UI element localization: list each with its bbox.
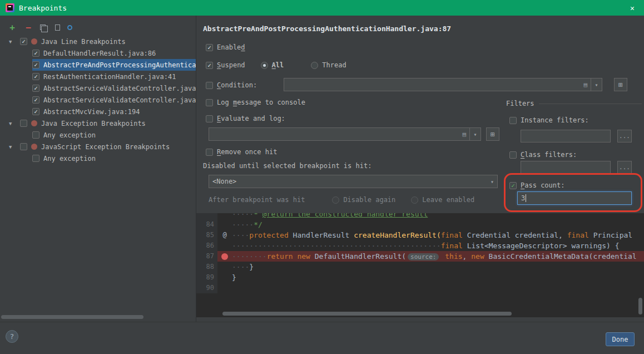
done-button[interactable]: Done (606, 332, 635, 346)
expand-arrow-icon[interactable]: ▼ (9, 121, 16, 126)
enabled-checkbox[interactable]: ✓ (206, 44, 213, 51)
gutter-icon (217, 272, 232, 283)
ellipsis-icon: ... (619, 132, 630, 140)
breakpoint-checkbox[interactable]: ✓ (32, 61, 39, 68)
ellipsis-icon: ... (619, 164, 630, 171)
breakpoints-toolbar: + − (8, 22, 72, 32)
remove-once-checkbox[interactable] (206, 149, 213, 156)
evaluate-expand-button[interactable]: ⊞ (486, 127, 499, 141)
breakpoint-checkbox[interactable] (20, 120, 27, 127)
condition-input[interactable]: ▤ (284, 78, 591, 91)
intellij-logo-icon (6, 3, 14, 12)
tree-horizontal-scrollbar[interactable] (1, 315, 143, 319)
evaluate-checkbox[interactable] (206, 115, 213, 122)
tree-group-row[interactable]: ▼Java Exception Breakpoints (0, 117, 196, 129)
gutter-icon (217, 213, 232, 219)
text-cursor (526, 194, 526, 202)
code-preview: ·····* @return the constructed handler r… (196, 213, 644, 317)
after-hit-label: After breakpoint was hit (209, 196, 305, 204)
log-console-checkbox[interactable] (206, 99, 213, 106)
suspend-checkbox[interactable]: ✓ (206, 62, 213, 69)
exception-breakpoint-icon (31, 120, 37, 126)
condition-history-button[interactable]: ▾ (591, 78, 602, 91)
breakpoint-checkbox[interactable]: ✓ (20, 38, 27, 45)
tree-group-row[interactable]: ▼✓Java Line Breakpoints (0, 36, 196, 47)
breakpoint-label: Java Line Breakpoints (41, 38, 126, 46)
condition-checkbox[interactable] (206, 82, 213, 89)
enabled-label: Enabled (217, 43, 245, 51)
line-number: 84 (196, 219, 217, 230)
class-filters-more-button[interactable]: ... (617, 161, 632, 174)
code-line: 88····} (196, 262, 644, 272)
breakpoint-label: Any exception (43, 131, 96, 139)
pass-count-input[interactable]: 3 (517, 191, 632, 205)
line-number: 90 (196, 283, 217, 293)
instance-filters-input[interactable] (521, 130, 611, 142)
pass-count-row: ✓ Pass count: (509, 181, 564, 189)
enabled-row: ✓ Enabled (206, 43, 245, 51)
class-filters-checkbox[interactable] (509, 151, 517, 159)
breakpoint-checkbox[interactable]: ✓ (32, 96, 39, 104)
tree-item-row[interactable]: Any exception (0, 129, 196, 141)
move-to-group-icon[interactable] (55, 24, 60, 31)
expression-icon: ▤ (462, 131, 466, 138)
line-number: 87 (196, 251, 217, 262)
breakpoint-dot-icon[interactable] (217, 251, 232, 262)
breakpoint-checkbox[interactable]: ✓ (32, 73, 39, 80)
help-button[interactable]: ? (6, 330, 18, 343)
instance-filters-checkbox[interactable] (509, 117, 517, 124)
tree-item-row[interactable]: ✓AbstractMvcView.java:194 (0, 106, 196, 117)
tree-item-row[interactable]: ✓RestAuthenticationHandler.java:41 (0, 71, 196, 82)
breakpoint-checkbox[interactable] (32, 155, 39, 162)
breakpoint-checkbox[interactable]: ✓ (32, 108, 39, 115)
close-icon[interactable]: ✕ (626, 4, 638, 12)
pass-count-checkbox[interactable]: ✓ (509, 182, 517, 189)
group-breakpoints-icon[interactable] (40, 24, 46, 30)
window-title: Breakpoints (19, 4, 67, 12)
remove-breakpoint-button[interactable]: − (24, 23, 33, 32)
tree-group-row[interactable]: ▼JavaScript Exception Breakpoints (0, 141, 196, 153)
breakpoint-checkbox[interactable]: ✓ (32, 50, 39, 57)
class-filters-input[interactable] (521, 161, 611, 174)
check-icon: ✓ (207, 45, 211, 51)
breakpoint-label: Any exception (43, 155, 96, 163)
check-icon: ✓ (207, 62, 211, 68)
evaluate-input[interactable]: ▤ (209, 127, 470, 141)
tree-item-row[interactable]: ✓AbstractPreAndPostProcessingAuthenticat (0, 59, 196, 71)
leave-enabled-radio[interactable] (411, 196, 418, 204)
code-line: 86······································… (196, 240, 644, 251)
evaluate-row: Evaluate and log: (206, 115, 285, 122)
evaluate-history-button[interactable]: ▾ (469, 127, 481, 141)
tree-item-row[interactable]: Any exception (0, 153, 196, 164)
tree-item-row[interactable]: ✓AbstractServiceValidateController.java: (0, 94, 196, 106)
line-number: 86 (196, 240, 217, 251)
gutter-icon (217, 262, 232, 272)
breakpoint-label: AbstractServiceValidateController.java: (43, 85, 196, 92)
instance-filters-label: Instance filters: (521, 116, 589, 124)
disable-again-radio[interactable] (332, 196, 339, 204)
suspend-all-radio[interactable] (261, 62, 268, 69)
footer-divider (0, 322, 644, 322)
toggle-breakpoint-state-icon[interactable] (67, 25, 72, 30)
filters-label: Filters (506, 100, 534, 107)
breakpoint-checkbox[interactable] (32, 131, 39, 139)
editor-vertical-scrollbar[interactable] (638, 298, 642, 314)
condition-expand-button[interactable]: ⊞ (614, 78, 627, 91)
breakpoint-checkbox[interactable] (20, 143, 27, 150)
done-label: Done (612, 336, 628, 343)
breakpoint-checkbox[interactable]: ✓ (32, 85, 39, 92)
instance-filters-row: Instance filters: (509, 116, 589, 124)
code-line: 87········return new DefaultHandlerResul… (196, 251, 644, 262)
editor-horizontal-scrollbar[interactable] (222, 312, 512, 316)
disabled-until-select[interactable]: <None> ▾ (209, 175, 498, 188)
filters-separator: Filters (506, 100, 642, 107)
tree-item-row[interactable]: ✓DefaultHandlerResult.java:86 (0, 47, 196, 59)
expand-arrow-icon[interactable]: ▼ (9, 39, 16, 45)
instance-filters-more-button[interactable]: ... (617, 130, 632, 142)
tree-item-row[interactable]: ✓AbstractServiceValidateController.java: (0, 82, 196, 94)
gutter-icon: @ (217, 230, 232, 240)
add-breakpoint-button[interactable]: + (8, 23, 17, 32)
suspend-thread-radio[interactable] (311, 62, 318, 69)
expand-arrow-icon[interactable]: ▼ (9, 144, 16, 150)
disabled-until-label-row: Disabled until selected breakpoint is hi… (203, 162, 371, 170)
